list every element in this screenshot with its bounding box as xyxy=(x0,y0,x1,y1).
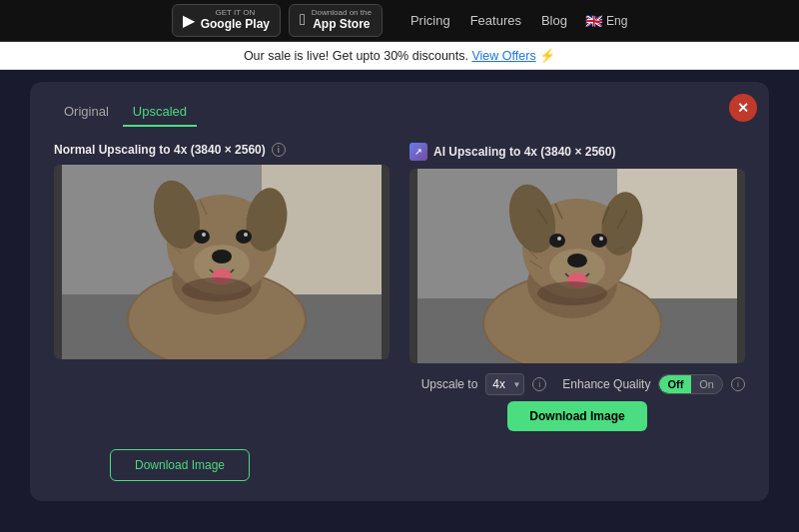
right-image xyxy=(409,169,745,363)
svg-point-10 xyxy=(212,250,232,264)
google-play-icon: ▶ xyxy=(183,11,195,30)
left-panel-title: Normal Upscaling to 4x (3840 × 2560) i xyxy=(54,143,390,157)
google-play-label: Google Play xyxy=(201,17,270,31)
right-panel-title: ↗ AI Upscaling to 4x (3840 × 2560) xyxy=(409,143,745,161)
svg-point-32 xyxy=(567,254,587,267)
apple-icon:  xyxy=(300,11,306,29)
enhance-toggle[interactable]: Off On xyxy=(658,374,723,394)
enhance-info-icon[interactable]: i xyxy=(731,377,745,391)
google-play-button[interactable]: ▶ GET IT ON Google Play xyxy=(172,4,281,36)
left-download-area: Download Image xyxy=(110,449,250,481)
svg-point-33 xyxy=(549,234,565,248)
svg-point-13 xyxy=(202,233,206,237)
svg-point-12 xyxy=(236,230,252,244)
upscale-select[interactable]: 4x 2x 8x xyxy=(485,373,524,395)
promo-bar: Our sale is live! Get upto 30% discounts… xyxy=(0,42,799,70)
left-download-button[interactable]: Download Image xyxy=(110,449,250,481)
tab-bar: Original Upscaled xyxy=(54,100,745,127)
language-selector[interactable]: 🇬🇧 Eng xyxy=(585,13,627,29)
close-icon: ✕ xyxy=(737,100,749,116)
controls-group: Upscale to 4x 2x 8x ▼ i Enhance Quality … xyxy=(409,373,745,395)
svg-point-34 xyxy=(591,234,607,248)
svg-point-45 xyxy=(537,281,607,305)
right-download-button[interactable]: Download Image xyxy=(507,401,647,431)
promo-text: Our sale is live! Get upto 30% discounts… xyxy=(244,49,468,63)
nav-blog[interactable]: Blog xyxy=(541,13,567,28)
tab-upscaled[interactable]: Upscaled xyxy=(123,100,197,127)
close-button[interactable]: ✕ xyxy=(729,94,757,122)
svg-point-36 xyxy=(599,237,603,241)
right-panel: ↗ AI Upscaling to 4x (3840 × 2560) xyxy=(409,143,745,431)
toggle-off-option[interactable]: Off xyxy=(659,375,691,393)
app-store-top-text: Download on the xyxy=(312,9,372,17)
app-store-button[interactable]:  Download on the App Store xyxy=(289,4,383,36)
svg-point-11 xyxy=(194,230,210,244)
nav-pricing[interactable]: Pricing xyxy=(410,13,450,28)
enhance-label: Enhance Quality xyxy=(562,377,650,391)
view-offers-link[interactable]: View Offers xyxy=(471,49,535,63)
google-play-top-text: GET IT ON xyxy=(201,9,270,17)
flag-icon: 🇬🇧 xyxy=(585,13,602,29)
ai-badge: ↗ xyxy=(409,143,427,161)
upscale-info-icon[interactable]: i xyxy=(532,377,546,391)
ai-upscale-icon: ↗ xyxy=(409,143,427,161)
language-label: Eng xyxy=(606,14,627,28)
main-panel: ✕ Original Upscaled Normal Upscaling to … xyxy=(30,82,769,501)
right-download-area: Download Image xyxy=(409,401,745,431)
toggle-on-option[interactable]: On xyxy=(691,375,722,393)
left-dog-svg xyxy=(54,165,390,359)
app-store-label: App Store xyxy=(312,17,372,31)
lightning-icon: ⚡ xyxy=(539,48,555,63)
tab-original[interactable]: Original xyxy=(54,100,119,127)
comparison-row: Normal Upscaling to 4x (3840 × 2560) i xyxy=(54,143,745,431)
upscale-select-container: 4x 2x 8x ▼ xyxy=(485,373,524,395)
svg-point-21 xyxy=(182,277,252,301)
upscale-label: Upscale to xyxy=(421,377,478,391)
left-info-icon[interactable]: i xyxy=(272,143,286,157)
svg-point-14 xyxy=(244,233,248,237)
left-image xyxy=(54,165,390,359)
left-panel: Normal Upscaling to 4x (3840 × 2560) i xyxy=(54,143,390,431)
nav-links: Pricing Features Blog xyxy=(410,13,567,28)
right-dog-svg xyxy=(409,169,745,363)
top-navigation: ▶ GET IT ON Google Play  Download on th… xyxy=(0,0,799,42)
svg-point-35 xyxy=(557,237,561,241)
nav-features[interactable]: Features xyxy=(470,13,521,28)
